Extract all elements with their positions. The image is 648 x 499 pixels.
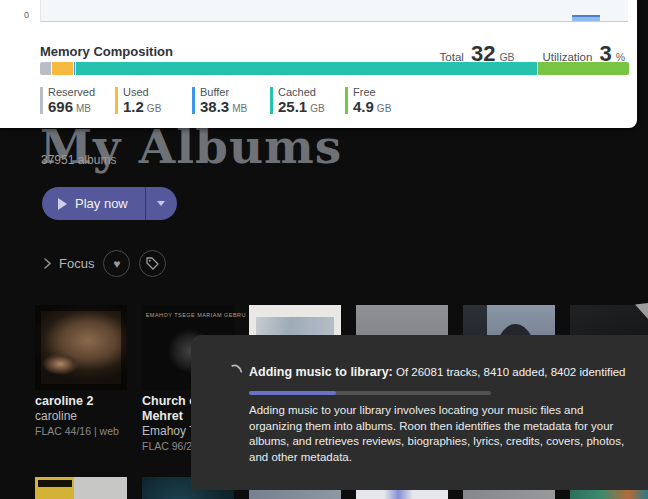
memory-monitor-panel: 0 Memory Composition Total 32 GB Utiliza… (0, 0, 637, 128)
bar-segment-used (52, 62, 74, 75)
legend-value: 38.3 (200, 98, 229, 115)
legend-value: 696 (48, 98, 73, 115)
bar-segment-reserved (40, 62, 52, 75)
memory-stacked-bar (40, 62, 629, 75)
memory-usage-chart (40, 0, 628, 22)
play-now-button[interactable]: Play now (42, 187, 145, 220)
focus-button[interactable]: Focus (44, 256, 94, 271)
legend-swatch (270, 87, 273, 114)
legend-name: Used (123, 86, 161, 98)
legend-name: Cached (278, 86, 325, 98)
bar-segment-free (538, 62, 629, 75)
album-cover-row2-1[interactable] (35, 477, 127, 499)
legend-swatch (40, 87, 43, 114)
tag-icon (146, 257, 159, 270)
legend-item-free: Free 4.9GB (345, 86, 420, 116)
play-now-label: Play now (75, 196, 128, 211)
legend-swatch (192, 87, 195, 114)
album-title[interactable]: caroline 2 (35, 394, 135, 409)
album-artist[interactable]: caroline (35, 409, 135, 424)
legend-value: 4.9 (353, 98, 374, 115)
toast-description: Adding music to your library involves lo… (249, 403, 629, 465)
legend-value: 25.1 (278, 98, 307, 115)
memory-composition-title: Memory Composition (40, 44, 173, 59)
spinner-icon (227, 364, 243, 380)
library-progress-fill (249, 391, 336, 395)
play-now-button-group: Play now (42, 187, 177, 220)
legend-swatch (115, 87, 118, 114)
memory-legend: Reserved 696MB Used 1.2GB Buffer 38.3MB … (40, 86, 420, 116)
library-progress-bar (249, 391, 491, 395)
legend-name: Buffer (200, 86, 247, 98)
adding-music-toast[interactable]: Adding music to library: Of 26081 tracks… (191, 335, 648, 490)
chevron-down-icon (157, 201, 165, 206)
legend-unit: MB (232, 103, 247, 114)
legend-unit: GB (377, 103, 391, 114)
legend-item-used: Used 1.2GB (115, 86, 192, 116)
focus-label: Focus (59, 256, 94, 271)
app-window: My Albums 37951 albums Play now Focus ♥ (0, 0, 648, 499)
legend-unit: GB (147, 103, 161, 114)
tags-filter-button[interactable] (139, 250, 166, 277)
chart-latest-bar (572, 15, 600, 21)
legend-unit: GB (310, 103, 324, 114)
cover-artist-text: EMAHOY TSEGE MARIAM GEBRU (146, 312, 231, 318)
chevron-right-icon (44, 258, 51, 269)
corner-arrow-icon[interactable] (635, 303, 648, 319)
toast-status: Of 26081 tracks, 8410 added, 8402 identi… (396, 366, 626, 378)
toast-title: Adding music to library: (249, 365, 393, 379)
legend-swatch (345, 87, 348, 114)
legend-name: Free (353, 86, 391, 98)
favorites-filter-button[interactable]: ♥ (103, 250, 130, 277)
legend-item-cached: Cached 25.1GB (270, 86, 345, 116)
legend-unit: MB (76, 103, 91, 114)
legend-item-reserved: Reserved 696MB (40, 86, 115, 116)
album-format: FLAC 44/16 | web (35, 424, 135, 439)
y-axis-zero-tick: 0 (24, 10, 29, 20)
play-options-dropdown[interactable] (146, 187, 177, 220)
focus-row: Focus ♥ (44, 250, 166, 277)
album-cover-caroline-2[interactable] (35, 305, 127, 390)
bar-segment-cached (76, 62, 537, 75)
toast-headline: Adding music to library: Of 26081 tracks… (249, 365, 626, 379)
heart-icon: ♥ (113, 258, 120, 270)
album-count: 37951 albums (41, 153, 116, 167)
play-icon (58, 198, 67, 210)
legend-item-buffer: Buffer 38.3MB (192, 86, 270, 116)
legend-value: 1.2 (123, 98, 144, 115)
album-meta-caroline-2: caroline 2 caroline FLAC 44/16 | web (35, 394, 135, 439)
legend-name: Reserved (48, 86, 95, 98)
